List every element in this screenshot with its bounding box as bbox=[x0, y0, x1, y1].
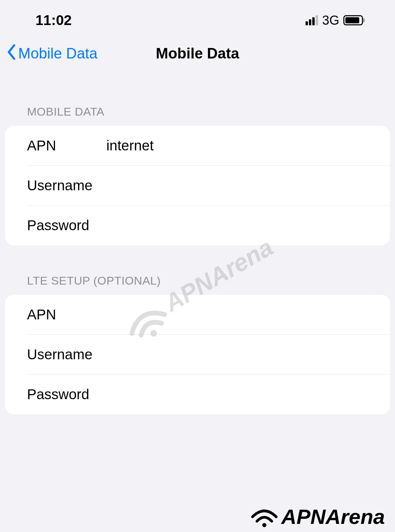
svg-point-1 bbox=[262, 523, 266, 527]
content: MOBILE DATA APN Username Password LTE SE… bbox=[0, 76, 395, 414]
field-label: APN bbox=[27, 138, 106, 154]
field-row-apn[interactable]: APN bbox=[27, 126, 390, 166]
field-row-password[interactable]: Password bbox=[5, 205, 390, 245]
watermark-text: APNArena bbox=[281, 505, 385, 529]
username-input[interactable] bbox=[106, 177, 368, 194]
status-right: 3G bbox=[306, 13, 365, 28]
field-label: Username bbox=[27, 346, 106, 363]
section-header-lte: LTE SETUP (OPTIONAL) bbox=[5, 245, 390, 295]
lte-username-input[interactable] bbox=[106, 346, 368, 363]
status-bar: 11:02 3G bbox=[0, 0, 395, 34]
apn-input[interactable] bbox=[106, 138, 368, 154]
field-label: Password bbox=[27, 217, 106, 234]
password-input[interactable] bbox=[106, 217, 368, 234]
field-row-username[interactable]: Username bbox=[27, 166, 390, 205]
field-label: APN bbox=[27, 307, 106, 323]
battery-icon bbox=[343, 15, 365, 25]
chevron-left-icon bbox=[7, 44, 16, 63]
back-label: Mobile Data bbox=[18, 45, 98, 62]
nav-bar: Mobile Data Mobile Data bbox=[0, 34, 395, 76]
lte-apn-input[interactable] bbox=[106, 307, 368, 323]
field-row-lte-username[interactable]: Username bbox=[27, 335, 390, 374]
wifi-icon bbox=[249, 505, 280, 529]
signal-icon bbox=[306, 15, 318, 25]
network-type: 3G bbox=[322, 13, 339, 28]
back-button[interactable]: Mobile Data bbox=[7, 44, 98, 63]
field-row-lte-password[interactable]: Password bbox=[5, 374, 390, 414]
field-row-lte-apn[interactable]: APN bbox=[27, 295, 390, 335]
section-card-mobile-data: APN Username Password bbox=[5, 126, 390, 245]
page-title: Mobile Data bbox=[156, 45, 239, 62]
watermark-bottom: APNArena bbox=[249, 505, 385, 529]
field-label: Username bbox=[27, 177, 106, 194]
status-time: 11:02 bbox=[35, 12, 72, 28]
section-card-lte: APN Username Password bbox=[5, 295, 390, 414]
section-header-mobile-data: MOBILE DATA bbox=[5, 76, 390, 126]
field-label: Password bbox=[27, 386, 106, 403]
lte-password-input[interactable] bbox=[106, 386, 368, 403]
